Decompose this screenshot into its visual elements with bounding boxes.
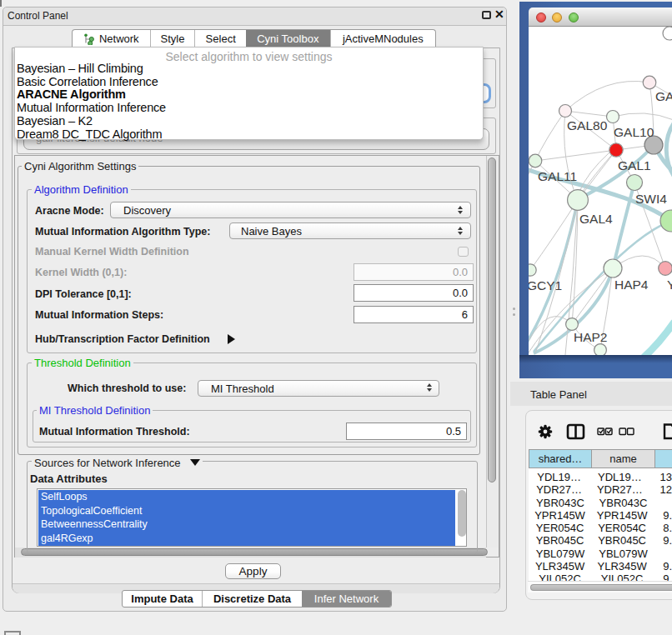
svg-text:GAL4: GAL4 bbox=[579, 212, 613, 226]
svg-text:SWI4: SWI4 bbox=[635, 192, 667, 206]
svg-text:HAP4: HAP4 bbox=[614, 278, 649, 292]
svg-text:GAL10: GAL10 bbox=[614, 125, 654, 139]
svg-text:GAL80: GAL80 bbox=[567, 118, 608, 132]
svg-text:GAL11: GAL11 bbox=[538, 169, 577, 183]
svg-text:YJ: YJ bbox=[667, 278, 672, 292]
svg-text:GCY1: GCY1 bbox=[529, 278, 562, 292]
svg-text:GAL1: GAL1 bbox=[618, 158, 651, 172]
svg-text:HAP2: HAP2 bbox=[574, 330, 608, 344]
svg-text:GAL7: GAL7 bbox=[655, 89, 672, 103]
